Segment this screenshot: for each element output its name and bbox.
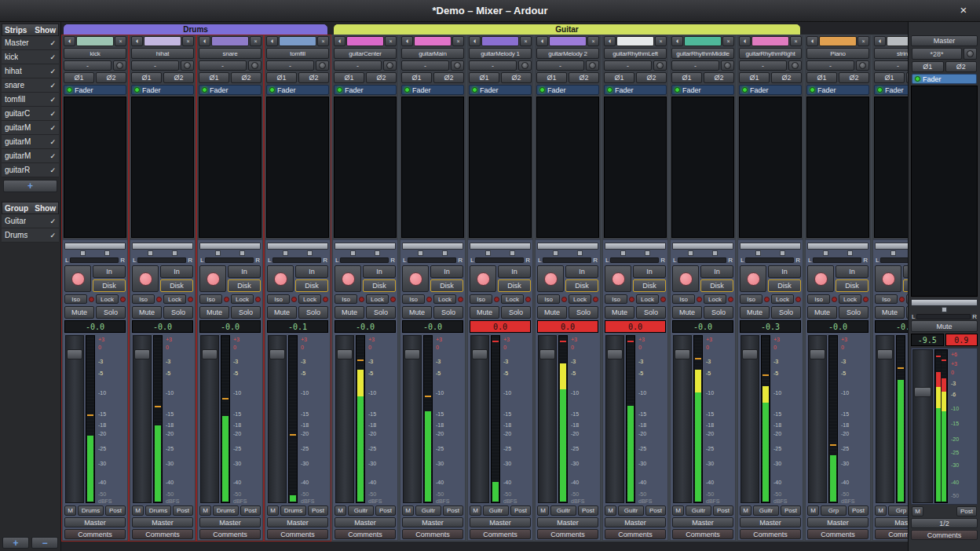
strip-close-button[interactable]: × <box>317 36 329 46</box>
master-comments-button[interactable]: Comments <box>911 530 978 540</box>
pan-bar[interactable] <box>740 243 801 250</box>
output-button[interactable]: Master <box>875 517 908 527</box>
meter-point-button[interactable]: Post <box>443 505 463 516</box>
strip-close-button[interactable]: × <box>790 36 802 46</box>
monitor-disk-button[interactable]: Disk <box>700 279 733 292</box>
record-enable-button[interactable] <box>672 265 699 292</box>
mute-button[interactable]: Mute <box>740 306 770 319</box>
solo-button[interactable]: Solo <box>771 306 801 319</box>
strip-color-swatch[interactable] <box>211 36 249 46</box>
solo-isolate-led[interactable] <box>224 297 229 302</box>
gain-display[interactable]: -0.0 <box>335 320 396 333</box>
solo-button[interactable]: Solo <box>501 306 531 319</box>
strip-color-swatch[interactable] <box>549 36 587 46</box>
fader-processor-entry[interactable]: Fader <box>64 85 126 95</box>
solo-isolate-button[interactable]: Iso <box>402 294 425 304</box>
group-name-button[interactable]: Grp <box>821 505 847 516</box>
record-enable-button[interactable] <box>199 265 226 292</box>
sidebar-strip-row-5[interactable]: guitarC ✓ <box>2 107 59 121</box>
gain-display[interactable]: -0.0 <box>402 320 463 333</box>
phase-invert-2-button[interactable]: Ø2 <box>704 72 734 83</box>
gain-display[interactable]: 0.0 <box>470 320 531 333</box>
meter-point-button[interactable]: Post <box>848 505 868 516</box>
pan-width-track[interactable] <box>745 257 794 263</box>
fader-handle[interactable] <box>134 349 150 359</box>
trim-knob[interactable] <box>248 60 261 71</box>
visible-check[interactable]: ✓ <box>49 232 56 239</box>
mute-button[interactable]: Mute <box>605 306 634 319</box>
pan-handle-left[interactable] <box>283 250 288 256</box>
level-meter[interactable] <box>693 335 703 503</box>
group-select-button[interactable]: - <box>64 60 112 71</box>
fader-processor-entry[interactable]: Fader <box>536 85 599 95</box>
gain-display[interactable]: 0.0 <box>537 320 598 333</box>
strip-color-swatch[interactable] <box>616 36 654 46</box>
solo-isolate-led[interactable] <box>291 297 297 302</box>
trim-knob[interactable] <box>653 60 667 71</box>
strip-color-swatch[interactable] <box>481 36 519 46</box>
monitor-disk-button[interactable]: Disk <box>93 279 126 292</box>
solo-lock-led[interactable] <box>120 297 126 302</box>
comments-button[interactable]: Comments <box>132 529 193 539</box>
group-select-button[interactable]: - <box>874 60 908 71</box>
strip-close-button[interactable]: × <box>115 36 126 46</box>
processor-box[interactable] <box>469 97 532 238</box>
solo-isolate-led[interactable] <box>89 297 94 302</box>
processor-box[interactable] <box>874 97 908 238</box>
monitor-input-button[interactable]: In <box>768 265 801 278</box>
pan-handle-left[interactable] <box>890 250 896 256</box>
solo-lock-led[interactable] <box>188 297 193 302</box>
processor-active-led[interactable] <box>742 87 748 93</box>
meter-point-button[interactable]: Post <box>375 505 396 516</box>
master-phase-1-button[interactable]: Ø1 <box>912 61 944 72</box>
processor-box[interactable] <box>671 97 734 238</box>
solo-isolate-led[interactable] <box>832 297 837 302</box>
phase-invert-2-button[interactable]: Ø2 <box>366 72 397 83</box>
processor-active-led[interactable] <box>607 87 612 93</box>
fader-processor-entry[interactable]: Fader <box>671 85 734 95</box>
mute-button[interactable]: Mute <box>199 306 229 319</box>
level-meter[interactable] <box>828 335 838 503</box>
fader-handle[interactable] <box>742 349 758 359</box>
strip-scroll-left-button[interactable]: ⏴ <box>131 36 143 46</box>
monitor-disk-button[interactable]: Disk <box>228 279 261 292</box>
solo-isolate-button[interactable]: Iso <box>605 294 627 304</box>
strip-close-button[interactable]: × <box>722 36 734 46</box>
strip-name-button[interactable]: hihat <box>131 48 194 59</box>
strip-scroll-left-button[interactable]: ⏴ <box>536 36 548 46</box>
fader-processor-entry[interactable]: Fader <box>334 85 397 95</box>
pan-handle-right[interactable] <box>712 250 718 256</box>
processor-active-led[interactable] <box>67 87 72 93</box>
phase-invert-2-button[interactable]: Ø2 <box>433 72 464 83</box>
strip-color-swatch[interactable] <box>76 36 114 46</box>
mute-button[interactable]: Mute <box>402 306 432 319</box>
master-gain-display[interactable]: -9.5 <box>911 334 944 346</box>
group-select-button[interactable]: - <box>536 60 584 71</box>
processor-active-led[interactable] <box>134 87 140 93</box>
strip-name-button[interactable]: guitarRhythmMiddle <box>671 48 734 59</box>
monitor-input-button[interactable]: In <box>160 265 193 278</box>
record-enable-button[interactable] <box>64 265 91 292</box>
meter-point-button[interactable]: Post <box>510 505 531 516</box>
phase-invert-2-button[interactable]: Ø2 <box>298 72 329 83</box>
pan-bar[interactable] <box>199 243 261 250</box>
strip-scroll-left-button[interactable]: ⏴ <box>401 36 413 46</box>
solo-lock-button[interactable]: Lock <box>433 294 456 304</box>
group-name-button[interactable]: Guitr <box>686 505 711 516</box>
record-enable-button[interactable] <box>875 265 901 292</box>
mute-button[interactable]: Mute <box>807 306 837 319</box>
pan-handle-right[interactable] <box>847 250 853 256</box>
processor-box[interactable] <box>199 97 261 238</box>
strip-close-button[interactable]: × <box>587 36 599 46</box>
processor-box[interactable] <box>536 97 599 238</box>
pan-width-track[interactable] <box>205 257 254 263</box>
meter-point-button[interactable]: Post <box>105 505 126 516</box>
solo-isolate-button[interactable]: Iso <box>875 294 898 304</box>
pan-bar[interactable] <box>402 243 463 250</box>
solo-button[interactable]: Solo <box>433 306 463 319</box>
pan-width-track[interactable] <box>610 257 659 263</box>
sidebar-strip-row-7[interactable]: guitarM ✓ <box>2 135 59 149</box>
monitor-disk-button[interactable]: Disk <box>565 279 598 292</box>
metering-m-button[interactable]: M <box>64 505 76 516</box>
fader-processor-entry[interactable]: Fader <box>739 85 802 95</box>
